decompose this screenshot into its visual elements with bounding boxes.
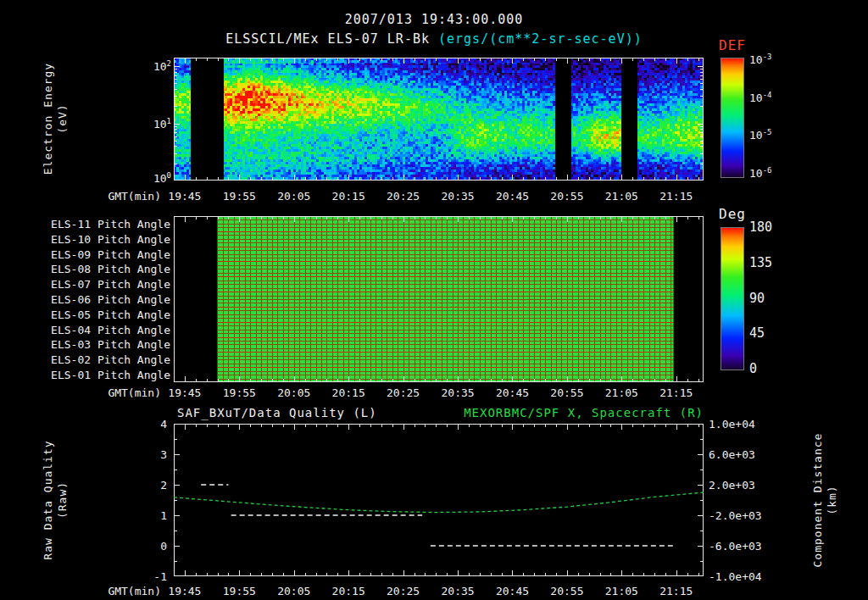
time-tick-label: 20:45 [496,190,529,203]
bottom-left-tick-labels: 43210-1 [127,0,167,600]
time-tick-label: 20:05 [277,190,310,203]
plot-page: 2007/013 19:43:00.000 ELSSCIL/MEx ELS-07… [0,0,868,600]
time-tick-label: 20:35 [441,190,474,203]
time-tick-label: 19:55 [223,190,256,203]
bottom-left-axis-label-line1: Raw Data Quality [42,440,56,559]
bottom-chart-right-title: MEXORBMC/SPF X, Spacecraft (R) [464,406,704,419]
bottom-right-axis-label: Component Distance (km) [809,331,843,600]
time-tick-label: 19:45 [168,190,201,203]
time-tick-label: 19:55 [223,585,256,597]
time-tick-label: 20:35 [441,585,474,597]
time-tick-label: 20:15 [332,190,365,203]
quality-tick-label: -1 [153,570,167,583]
time-tick-label: 20:55 [550,386,583,399]
time-tick-label: 20:55 [550,190,583,203]
time-tick-label: 21:15 [659,386,693,399]
time-tick-label: 20:25 [387,386,420,399]
time-tick-label: 21:05 [605,585,638,597]
distance-tick-label: 1.0e+04 [709,418,755,431]
time-tick-label: 21:05 [605,190,638,203]
quality-tick-label: 0 [160,540,167,553]
time-tick-label: 19:55 [223,386,256,399]
distance-tick-label: 6.0e+03 [709,448,755,461]
quality-tick-label: 2 [160,479,167,492]
time-tick-label: 21:15 [659,190,693,203]
bottom-right-axis-label-line2: (km) [826,485,840,514]
time-tick-label: 20:45 [496,585,529,597]
time-tick-label: 20:25 [387,190,420,203]
time-tick-label: 20:25 [387,585,420,597]
bottom-left-axis-label-line2: (Raw) [56,481,70,519]
distance-tick-label: -2.0e+03 [709,509,762,522]
time-tick-label: 21:05 [605,386,638,399]
distance-tick-label: 2.0e+03 [709,479,755,492]
time-tick-label: 20:05 [277,386,310,399]
quality-distance-plot [174,424,704,576]
time-tick-label: 20:15 [332,386,365,399]
time-axis-labels-bottom: 19:4519:5520:0520:1520:2520:3520:4520:55… [0,585,868,598]
electron-energy-spectrogram [174,58,704,181]
time-tick-label: 19:45 [168,585,201,597]
time-tick-label: 20:55 [550,585,583,597]
time-tick-label: 20:05 [277,585,310,597]
pitch-angle-panel [174,216,704,382]
distance-tick-label: -1.0e+04 [709,570,762,583]
plot-title-units: (ergs/(cm**2-sr-sec-eV)) [438,31,643,47]
time-tick-label: 20:35 [441,386,474,399]
time-tick-label: 20:45 [496,386,529,399]
bottom-right-tick-labels: 1.0e+046.0e+032.0e+03-2.0e+03-6.0e+03-1.… [709,0,785,600]
quality-tick-label: 3 [160,448,167,461]
quality-tick-label: 4 [160,418,167,431]
bottom-right-axis-label-line1: Component Distance [811,433,826,568]
plot-title-instrument: ELSSCIL/MEx ELS-07 LR-Bk [225,31,430,47]
bottom-left-axis-label: Raw Data Quality (Raw) [39,331,73,600]
time-tick-label: 19:45 [168,386,201,399]
time-tick-label: 21:15 [659,585,693,597]
quality-tick-label: 1 [160,509,167,522]
time-tick-label: 20:15 [332,585,365,597]
bottom-chart-left-title: SAF_BXuT/Data Quality (L) [177,406,377,419]
distance-tick-label: -6.0e+03 [709,540,762,553]
